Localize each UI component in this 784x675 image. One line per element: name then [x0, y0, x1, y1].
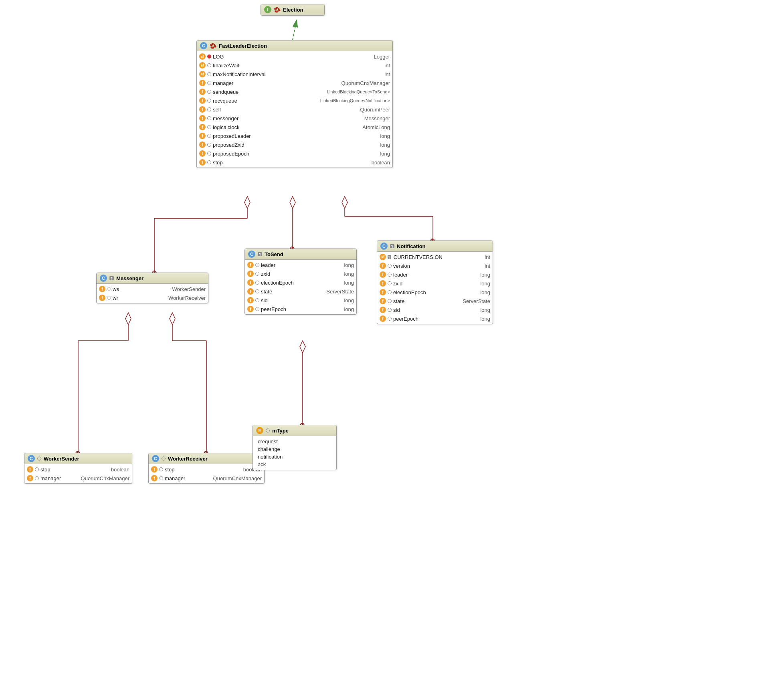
field-name: proposedLeader: [213, 133, 378, 139]
field-type: QuorumPeer: [360, 107, 390, 113]
tosend-body: f leader long f zxid long f electionEpoc…: [245, 260, 356, 314]
field-name: sendqueue: [213, 89, 325, 95]
field-icon: sf: [199, 71, 206, 77]
worker-sender-type-icon: C: [28, 455, 35, 462]
field-name: CURRENTVERSION: [394, 254, 483, 260]
messenger-type-icon: C: [100, 275, 107, 282]
mtype-header: E mType: [253, 425, 336, 436]
field-type: WorkerReceiver: [168, 295, 206, 301]
mtype-body: crequest challenge notification ack: [253, 436, 336, 470]
table-row: f manager QuorumCnxManager: [149, 474, 264, 483]
field-type: long: [480, 307, 490, 313]
field-name: proposedEpoch: [213, 151, 378, 157]
field-icon: f: [199, 115, 206, 121]
vis-dot: [207, 99, 211, 103]
table-row: f manager QuorumCnxManager: [197, 79, 392, 87]
list-item: notification: [258, 453, 331, 461]
svg-marker-8: [342, 196, 348, 208]
field-type: WorkerSender: [172, 286, 206, 292]
field-icon: f: [199, 141, 206, 148]
messenger-body: f ws WorkerSender f wr WorkerReceiver: [97, 284, 208, 303]
table-row: f proposedEpoch long: [197, 149, 392, 158]
tosend-type-icon: C: [248, 251, 255, 258]
field-name: state: [393, 298, 461, 304]
tosend-inner-badge: ¶: [258, 252, 262, 256]
field-icon: f: [199, 150, 206, 157]
inner-badge: ¶: [388, 255, 391, 259]
field-type: QuorumCnxManager: [81, 475, 129, 481]
field-type: long: [344, 297, 354, 303]
vis-dot: [207, 160, 211, 164]
field-name: finalizeWait: [213, 63, 383, 69]
field-name: logicalclock: [213, 124, 361, 130]
field-type: ServerState: [463, 298, 490, 304]
fle-type-icon: C: [200, 42, 207, 49]
field-type: long: [480, 272, 490, 278]
field-name: messenger: [213, 115, 363, 121]
table-row: f state ServerState: [245, 287, 356, 296]
field-name: electionEpoch: [393, 289, 479, 295]
list-item: ack: [258, 461, 331, 468]
fle-name: FastLeaderElection: [219, 43, 267, 49]
worker-sender-body: f stop boolean f manager QuorumCnxManage…: [24, 464, 132, 483]
field-name: proposedZxid: [213, 142, 378, 148]
list-item: challenge: [258, 445, 331, 453]
field-type: QuorumCnxManager: [213, 475, 262, 481]
vis-dot: [107, 287, 111, 291]
field-name: stop: [40, 467, 109, 473]
field-type: long: [344, 271, 354, 277]
vis-dot: [207, 125, 211, 129]
table-row: f sid long: [377, 305, 493, 314]
notification-name: Notification: [397, 243, 426, 249]
table-row: f self QuorumPeer: [197, 105, 392, 114]
field-name: state: [261, 289, 325, 295]
fle-bean-icon: 🫘: [210, 42, 216, 49]
diagram-container: ⊕ ⊕ ⊕ ⊕ ⊕ ⊕ I 🫘 Election: [0, 0, 784, 675]
field-type: int: [384, 63, 390, 69]
vis-private: [207, 55, 211, 59]
field-type: int: [384, 71, 390, 77]
field-type: Messenger: [364, 115, 390, 121]
mtype-type-icon: E: [256, 427, 263, 434]
field-type: long: [344, 306, 354, 312]
table-row: f messenger Messenger: [197, 114, 392, 123]
election-bean-icon: 🫘: [274, 6, 281, 13]
field-type: long: [480, 316, 490, 322]
table-row: f stop boolean: [149, 465, 264, 474]
messenger-class: C ¶ Messenger f ws WorkerSender f wr Wor…: [96, 273, 208, 303]
field-name: version: [393, 263, 483, 269]
election-type-icon: I: [264, 6, 271, 13]
field-name: stop: [165, 467, 242, 473]
field-type: ServerState: [326, 289, 354, 295]
field-type: long: [480, 289, 490, 295]
notification-body: sf ¶ CURRENTVERSION int f version int f …: [377, 252, 493, 324]
field-type: long: [380, 142, 390, 148]
election-header: I 🫘 Election: [261, 4, 324, 15]
field-name: sid: [261, 297, 342, 303]
table-row: f peerEpoch long: [377, 314, 493, 323]
worker-receiver-header: C WorkerReceiver: [149, 453, 264, 464]
worker-sender-name: WorkerSender: [44, 456, 79, 462]
implements-arrow: [293, 20, 297, 40]
field-name: LOG: [213, 54, 372, 60]
field-icon: f: [199, 159, 206, 166]
svg-marker-4: [290, 196, 295, 208]
mtype-name: mType: [272, 428, 289, 434]
field-name: zxid: [393, 281, 479, 287]
table-row: f leader long: [377, 270, 493, 279]
svg-marker-21: [300, 341, 305, 353]
worker-receiver-class: C WorkerReceiver f stop boolean f manage…: [148, 453, 265, 484]
worker-receiver-type-icon: C: [152, 455, 159, 462]
worker-receiver-body: f stop boolean f manager QuorumCnxManage…: [149, 464, 264, 483]
composition-diamond1: [244, 196, 250, 208]
table-row: f version int: [377, 261, 493, 270]
vis-dot: [207, 90, 211, 94]
vis-dot: [207, 81, 211, 85]
election-name: Election: [283, 7, 303, 13]
field-type: AtomicLong: [362, 124, 390, 130]
messenger-name: Messenger: [116, 275, 143, 281]
election-class: I 🫘 Election: [261, 4, 325, 16]
notification-class: C ¶ Notification sf ¶ CURRENTVERSION int…: [377, 240, 493, 324]
field-icon: sf: [199, 62, 206, 69]
field-type: int: [485, 263, 490, 269]
